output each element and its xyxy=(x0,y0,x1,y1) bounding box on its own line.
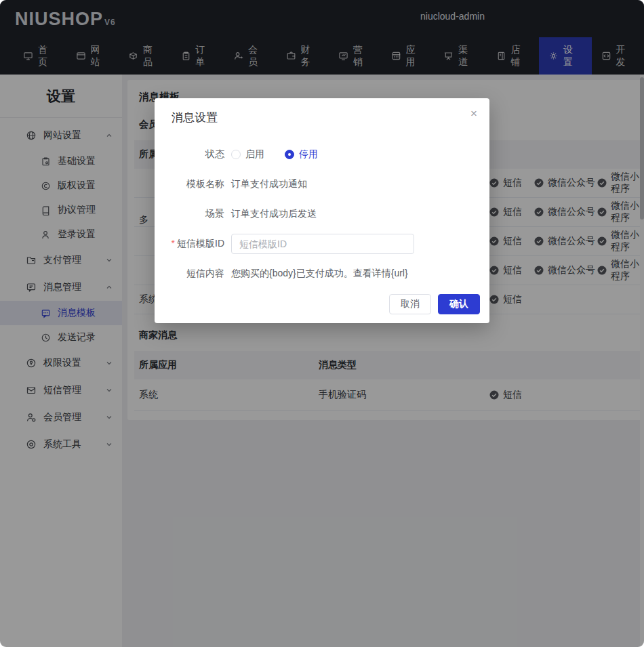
dialog-title: 消息设置 xyxy=(172,111,218,124)
field-label: 状态 xyxy=(155,148,224,161)
field-label: 短信内容 xyxy=(155,268,224,280)
radio-option-enable[interactable]: 启用 xyxy=(231,148,264,161)
dialog-footer: 取消 确认 xyxy=(389,294,480,314)
scene-value: 订单支付成功后发送 xyxy=(231,208,317,220)
confirm-button[interactable]: 确认 xyxy=(438,294,480,314)
field-label: 场景 xyxy=(155,208,224,220)
form-row-sms-template-id: *短信模版ID xyxy=(155,234,489,254)
field-label: 模板名称 xyxy=(155,178,224,190)
radio-option-disable[interactable]: 停用 xyxy=(285,148,318,161)
sms-content-value: 您购买的{body}已支付成功。查看详情{url} xyxy=(231,268,408,280)
status-radio-group: 启用 停用 xyxy=(231,148,338,161)
close-icon[interactable]: × xyxy=(470,108,477,119)
form-row-scene: 场景 订单支付成功后发送 xyxy=(155,204,489,224)
radio-label: 启用 xyxy=(245,148,264,161)
form-row-sms-content: 短信内容 您购买的{body}已支付成功。查看详情{url} xyxy=(155,264,489,284)
dialog-form: 状态 启用 停用 模板名称 订单支付成功通知 场景 订单 xyxy=(155,125,489,284)
app-window: NIUSHOPV6 niucloud-admin 首页 网站 商品 订单 xyxy=(0,0,644,647)
template-name-value: 订单支付成功通知 xyxy=(231,178,307,190)
required-asterisk: * xyxy=(172,238,175,249)
field-label-text: 短信模版ID xyxy=(177,238,224,249)
message-settings-dialog: 消息设置 × 状态 启用 停用 模板名称 订单支付成功 xyxy=(155,98,489,323)
radio-label: 停用 xyxy=(299,148,318,161)
sms-template-id-input[interactable] xyxy=(231,234,414,254)
dialog-header: 消息设置 × xyxy=(155,98,489,125)
field-label: *短信模版ID xyxy=(155,238,224,250)
radio-checked-icon[interactable] xyxy=(285,150,294,159)
form-row-template-name: 模板名称 订单支付成功通知 xyxy=(155,174,489,194)
form-row-status: 状态 启用 停用 xyxy=(155,144,489,165)
cancel-button[interactable]: 取消 xyxy=(389,294,431,314)
radio-unchecked-icon[interactable] xyxy=(231,150,241,159)
modal-overlay[interactable] xyxy=(0,0,644,647)
